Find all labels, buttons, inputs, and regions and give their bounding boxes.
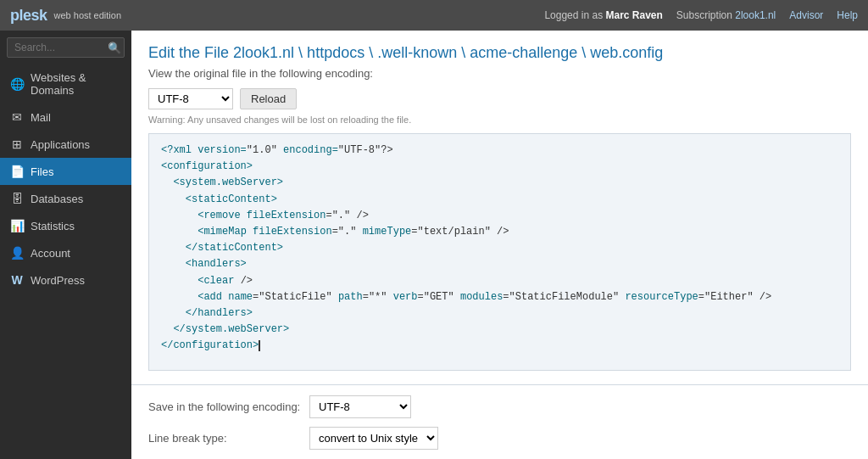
header-right: Logged in as Marc Raven Subscription 2lo… <box>544 9 858 21</box>
layout: 🔍 🌐 Websites & Domains ✉ Mail ⊞ Applicat… <box>0 31 868 459</box>
sidebar-item-databases[interactable]: 🗄 Databases <box>0 185 131 212</box>
search-icon-button[interactable]: 🔍 <box>108 42 121 54</box>
help-link[interactable]: Help <box>837 9 858 21</box>
statistics-icon: 📊 <box>10 219 24 232</box>
subtitle: View the original file in the following … <box>148 67 851 80</box>
bottom-bar: Save in the following encoding: UTF-8 Li… <box>131 384 868 459</box>
account-icon: 👤 <box>10 246 24 260</box>
sidebar-item-account[interactable]: 👤 Account <box>0 239 131 266</box>
websites-icon: 🌐 <box>10 77 24 91</box>
sidebar-item-statistics[interactable]: 📊 Statistics <box>0 212 131 239</box>
code-editor[interactable]: <?xml version="1.0" encoding="UTF-8"?> <… <box>148 133 851 371</box>
subscription-link[interactable]: 2look1.nl <box>735 9 776 21</box>
advisor-link[interactable]: Advisor <box>789 9 823 21</box>
sidebar-item-files[interactable]: 📄 Files <box>0 158 131 185</box>
applications-icon: ⊞ <box>10 137 24 151</box>
sidebar-item-label: Files <box>31 165 53 178</box>
page-title: Edit the File 2look1.nl \ httpdocs \ .we… <box>148 44 851 62</box>
line-break-select[interactable]: convert to Unix style <box>309 427 438 450</box>
logged-in-label: Logged in as Marc Raven <box>544 9 662 21</box>
sidebar-item-wordpress[interactable]: W WordPress <box>0 266 131 294</box>
file-path: 2look1.nl \ httpdocs \ .well-known \ acm… <box>233 44 663 61</box>
sidebar-item-websites[interactable]: 🌐 Websites & Domains <box>0 64 131 104</box>
subscription-label: Subscription 2look1.nl <box>676 9 776 21</box>
sidebar-item-label: Websites & Domains <box>31 71 121 97</box>
databases-icon: 🗄 <box>10 192 24 205</box>
sidebar-item-mail[interactable]: ✉ Mail <box>0 104 131 131</box>
mail-icon: ✉ <box>10 110 24 124</box>
save-encoding-select[interactable]: UTF-8 <box>309 395 411 418</box>
encoding-row: UTF-8 Reload <box>148 88 851 109</box>
reload-button[interactable]: Reload <box>240 88 297 109</box>
sidebar-item-label: Statistics <box>31 220 75 232</box>
line-break-label: Line break type: <box>148 432 301 445</box>
sidebar-item-label: WordPress <box>31 274 85 287</box>
line-break-row: Line break type: convert to Unix style <box>148 427 851 450</box>
sidebar-item-label: Applications <box>31 138 90 151</box>
files-icon: 📄 <box>10 165 24 178</box>
save-encoding-label: Save in the following encoding: <box>148 400 301 413</box>
wordpress-icon: W <box>10 273 24 287</box>
sidebar-item-label: Databases <box>31 193 83 205</box>
username: Marc Raven <box>605 9 662 21</box>
plesk-logo: plesk <box>10 7 47 25</box>
sidebar: 🔍 🌐 Websites & Domains ✉ Mail ⊞ Applicat… <box>0 31 131 459</box>
warning-text: Warning: Any unsaved changes will be los… <box>148 115 851 125</box>
main-content: Edit the File 2look1.nl \ httpdocs \ .we… <box>131 31 868 384</box>
encoding-select[interactable]: UTF-8 <box>148 88 233 109</box>
sidebar-item-label: Account <box>31 247 70 260</box>
main-panel: Edit the File 2look1.nl \ httpdocs \ .we… <box>131 31 868 459</box>
header-left: plesk web host edition <box>10 7 121 25</box>
sidebar-item-label: Mail <box>31 111 51 124</box>
sidebar-item-applications[interactable]: ⊞ Applications <box>0 131 131 158</box>
header: plesk web host edition Logged in as Marc… <box>0 0 868 31</box>
edition-label: web host edition <box>54 10 122 20</box>
search-box: 🔍 <box>0 31 131 64</box>
save-encoding-row: Save in the following encoding: UTF-8 <box>148 395 851 418</box>
